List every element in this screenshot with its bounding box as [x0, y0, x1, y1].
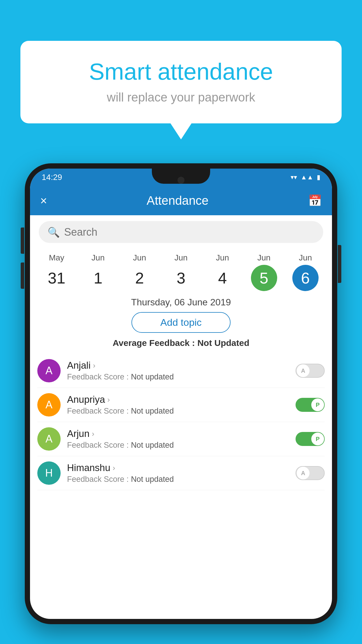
calendar-day[interactable]: Jun1: [79, 253, 117, 291]
search-bar[interactable]: 🔍: [39, 221, 323, 243]
chevron-right-icon: ›: [113, 463, 115, 473]
cal-date-number[interactable]: 2: [126, 265, 153, 291]
calendar-strip: May31Jun1Jun2Jun3Jun4Jun5Jun6: [30, 249, 332, 291]
avg-feedback-value: Not Updated: [197, 338, 249, 348]
calendar-day[interactable]: May31: [38, 253, 75, 291]
student-row[interactable]: A Anjali › Feedback Score : Not updated …: [37, 354, 325, 388]
student-info: Anjali › Feedback Score : Not updated: [67, 360, 289, 382]
toggle-knob: A: [297, 364, 310, 377]
add-topic-button[interactable]: Add topic: [131, 312, 231, 333]
calendar-day[interactable]: Jun6: [287, 253, 324, 291]
phone-container: 14:29 ▾▾ ▲▲ ▮ × Attendance 📅 🔍 May31Jun1…: [25, 163, 337, 644]
student-name: Anjali ›: [67, 360, 289, 371]
student-name: Himanshu ›: [67, 462, 289, 473]
student-row[interactable]: A Anupriya › Feedback Score : Not update…: [37, 388, 325, 422]
student-avatar: A: [37, 393, 61, 416]
status-time: 14:29: [42, 173, 62, 182]
app-bar: × Attendance 📅: [30, 186, 332, 215]
search-input[interactable]: [64, 226, 314, 238]
status-icons: ▾▾ ▲▲ ▮: [291, 174, 320, 181]
speech-bubble: Smart attendance will replace your paper…: [20, 41, 342, 123]
phone-outer: 14:29 ▾▾ ▲▲ ▮ × Attendance 📅 🔍 May31Jun1…: [25, 163, 337, 624]
student-row[interactable]: H Himanshu › Feedback Score : Not update…: [37, 456, 325, 490]
attendance-toggle[interactable]: P: [296, 398, 325, 412]
student-info: Anupriya › Feedback Score : Not updated: [67, 394, 289, 416]
speech-bubble-title: Smart attendance: [44, 58, 318, 85]
phone-camera: [178, 177, 184, 184]
phone-button-power: [338, 245, 341, 283]
cal-date-number[interactable]: 4: [209, 265, 236, 291]
speech-bubble-subtitle: will replace your paperwork: [44, 90, 318, 104]
student-avatar: A: [37, 427, 61, 451]
wifi-icon: ▾▾: [291, 174, 297, 181]
student-info: Himanshu › Feedback Score : Not updated: [67, 462, 289, 484]
calendar-icon[interactable]: 📅: [308, 194, 322, 207]
student-list: A Anjali › Feedback Score : Not updated …: [30, 354, 332, 490]
toggle-knob: P: [311, 433, 324, 445]
cal-month-label: Jun: [92, 253, 105, 262]
chevron-right-icon: ›: [93, 361, 96, 370]
cal-date-number[interactable]: 6: [292, 265, 319, 291]
student-row[interactable]: A Arjun › Feedback Score : Not updated P: [37, 422, 325, 456]
cal-date-number[interactable]: 5: [251, 265, 277, 291]
battery-icon: ▮: [317, 174, 320, 181]
search-icon: 🔍: [48, 226, 60, 238]
cal-month-label: Jun: [133, 253, 146, 262]
student-avatar: H: [37, 461, 61, 485]
signal-icon: ▲▲: [301, 174, 313, 181]
student-name: Arjun ›: [67, 428, 289, 439]
feedback-score: Feedback Score : Not updated: [67, 475, 289, 484]
student-avatar: A: [37, 359, 61, 382]
feedback-score: Feedback Score : Not updated: [67, 407, 289, 416]
calendar-day[interactable]: Jun3: [162, 253, 200, 291]
cal-month-label: Jun: [216, 253, 229, 262]
phone-notch: [152, 169, 210, 184]
calendar-day[interactable]: Jun2: [121, 253, 159, 291]
phone-screen: 14:29 ▾▾ ▲▲ ▮ × Attendance 📅 🔍 May31Jun1…: [30, 169, 332, 619]
calendar-day[interactable]: Jun4: [203, 253, 241, 291]
cal-month-label: Jun: [299, 253, 312, 262]
cal-date-number[interactable]: 1: [85, 265, 111, 291]
cal-month-label: Jun: [257, 253, 270, 262]
close-button[interactable]: ×: [40, 194, 47, 207]
phone-button-volume-up: [21, 228, 24, 254]
avg-feedback-label: Average Feedback :: [113, 338, 195, 348]
avg-feedback: Average Feedback : Not Updated: [30, 338, 332, 348]
feedback-score: Feedback Score : Not updated: [67, 441, 289, 450]
cal-month-label: May: [49, 253, 64, 262]
attendance-toggle[interactable]: A: [296, 466, 325, 480]
toggle-knob: A: [297, 467, 310, 480]
phone-button-volume-down: [21, 262, 24, 289]
chevron-right-icon: ›: [92, 429, 94, 438]
selected-date: Thursday, 06 June 2019: [30, 297, 332, 308]
toggle-knob: P: [311, 398, 324, 411]
feedback-score: Feedback Score : Not updated: [67, 372, 289, 382]
cal-date-number[interactable]: 31: [43, 265, 70, 291]
student-name: Anupriya ›: [67, 394, 289, 405]
chevron-right-icon: ›: [107, 395, 110, 404]
cal-month-label: Jun: [174, 253, 187, 262]
attendance-toggle[interactable]: P: [296, 432, 325, 446]
speech-bubble-container: Smart attendance will replace your paper…: [20, 41, 342, 123]
attendance-toggle[interactable]: A: [296, 364, 325, 378]
calendar-day[interactable]: Jun5: [245, 253, 283, 291]
app-bar-title: Attendance: [147, 194, 209, 208]
student-info: Arjun › Feedback Score : Not updated: [67, 428, 289, 450]
cal-date-number[interactable]: 3: [168, 265, 194, 291]
